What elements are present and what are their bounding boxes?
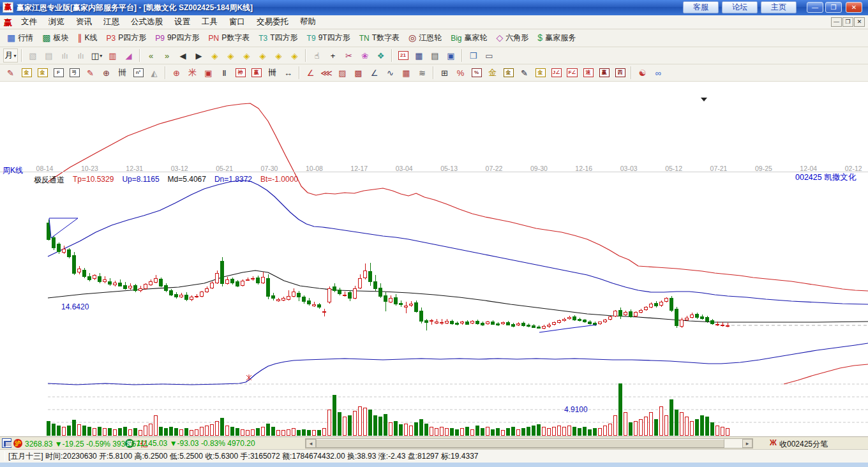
menu-item-设置[interactable]: 设置 <box>168 15 196 29</box>
speed-resist-icon[interactable]: 速 <box>581 66 595 80</box>
menu-item-江恩[interactable]: 江恩 <box>98 15 125 29</box>
wave-fan-icon[interactable]: ⋘ <box>319 66 334 80</box>
toolbar-winner-wheel-button[interactable]: Big赢家轮 <box>446 31 491 46</box>
scrollbar-thumb[interactable] <box>316 439 724 448</box>
hatch-box-icon[interactable]: ▩ <box>351 66 366 80</box>
zigzag-line-icon[interactable]: ∿ <box>383 66 398 80</box>
menu-item-帮助[interactable]: 帮助 <box>294 15 322 29</box>
shade-box-icon[interactable]: ▨ <box>335 66 350 80</box>
close-button[interactable]: ✕ <box>846 2 862 13</box>
line-grid-icon[interactable]: 卌 <box>115 66 130 80</box>
hand-tool-icon[interactable]: ☝ <box>310 48 324 63</box>
forum-button[interactable]: 论坛 <box>722 1 758 13</box>
gold-line-icon[interactable]: 金 <box>501 66 516 80</box>
menu-item-浏览[interactable]: 浏览 <box>43 15 70 29</box>
grid-red-icon[interactable]: ▦ <box>399 66 414 80</box>
menu-item-交易委托[interactable]: 交易委托 <box>251 15 294 29</box>
chart-area[interactable]: 08-1410-2312-3103-1205-2107-3010-0812-17… <box>0 82 868 436</box>
mdi-minimize-button[interactable]: — <box>831 17 842 27</box>
menu-item-窗口[interactable]: 窗口 <box>223 15 251 29</box>
menu-item-公式选股[interactable]: 公式选股 <box>125 15 168 29</box>
toolbar-t-square-button[interactable]: T3T四方形 <box>254 31 302 46</box>
scroll-left-arrow[interactable]: ◂ <box>306 439 316 448</box>
compress-x-icon[interactable]: ◈ <box>255 48 270 63</box>
toolbar-gann-wheel-button[interactable]: ◎江恩轮 <box>404 31 446 46</box>
bow-grid-icon[interactable]: 弓 <box>67 66 82 80</box>
protractor-icon[interactable]: ◭ <box>147 66 161 80</box>
percent-retrace-icon[interactable]: % <box>453 66 468 80</box>
last-page-icon[interactable]: » <box>160 48 174 63</box>
zoom-in-icon[interactable]: ◈ <box>271 48 286 63</box>
customer-service-button[interactable]: 客服 <box>683 1 719 13</box>
menu-item-工具[interactable]: 工具 <box>196 15 223 29</box>
mdi-restore-button[interactable]: ❐ <box>842 17 853 27</box>
toolbar-9p-square-button[interactable]: P99P四方形 <box>151 31 204 46</box>
minimize-button[interactable]: — <box>807 2 823 13</box>
width-measure-icon[interactable]: ↔ <box>281 66 296 80</box>
marker-pen-icon[interactable]: ✎ <box>517 66 532 80</box>
gann-angle-gold-icon[interactable]: 金 <box>533 66 548 80</box>
market-grid-icon[interactable] <box>2 438 11 448</box>
homepage-button[interactable]: 主页 <box>761 1 797 13</box>
speed-line-icon[interactable]: ∠ <box>367 66 382 80</box>
multi-kline-icon[interactable]: ▥ <box>105 48 120 63</box>
data-export-icon[interactable]: ❒ <box>466 48 481 63</box>
ying-angle-icon[interactable]: 赢 <box>597 66 611 80</box>
ying-grid-icon[interactable]: 赢 <box>249 66 264 80</box>
scroll-right-arrow[interactable]: ▸ <box>742 439 752 448</box>
fib-grid-icon[interactable]: F <box>51 66 66 80</box>
calendar-21-icon[interactable]: 21 <box>396 48 410 63</box>
toolbar-p-number-table-button[interactable]: PNP数字表 <box>204 31 255 46</box>
next-bar-icon[interactable]: ▶ <box>191 48 206 63</box>
puzzle-tool-icon[interactable]: ❖ <box>373 48 388 63</box>
toolbar-winner-service-button[interactable]: $赢家服务 <box>533 31 580 46</box>
gann-fan-dense-icon[interactable]: 米 <box>185 66 200 80</box>
calculator-icon[interactable]: ▦ <box>412 48 426 63</box>
color-chart-icon[interactable]: ◢ <box>121 48 136 63</box>
notebook-icon[interactable]: ▤ <box>428 48 442 63</box>
zoom-out-icon[interactable]: ◈ <box>287 48 302 63</box>
gold-circle-icon[interactable]: 金 <box>485 66 500 80</box>
ruler-dense-icon[interactable]: 卌 <box>265 66 280 80</box>
toolbar-p-square-button[interactable]: P3P四方形 <box>101 31 151 46</box>
si-angle-icon[interactable]: 四 <box>613 66 627 80</box>
j-angle-icon[interactable]: J∠ <box>549 66 564 80</box>
save-icon[interactable]: ▣ <box>444 48 458 63</box>
period-month-dropdown-icon[interactable]: 月▾ <box>3 48 18 63</box>
double-line-icon[interactable]: Ⅱ <box>217 66 232 80</box>
angle-rays-icon[interactable]: ∠ <box>303 66 318 80</box>
gold-grid-1-icon[interactable]: 金 <box>19 66 34 80</box>
red-brush-icon[interactable]: ✎ <box>83 66 98 80</box>
menu-item-文件[interactable]: 文件 <box>15 15 43 29</box>
toolbar-hexagon-button[interactable]: ◇六角形 <box>492 31 534 46</box>
infinity-icon[interactable]: ∞ <box>651 66 666 80</box>
toolbar-market-quotes-button[interactable]: ▦行情 <box>3 31 38 46</box>
toolbar-9t-square-button[interactable]: T99T四方形 <box>303 31 355 46</box>
gann-box-icon[interactable]: ▣ <box>201 66 216 80</box>
shrink-left-icon[interactable]: ◈ <box>207 48 222 63</box>
tick-data-label[interactable]: 收002425分笔 <box>779 439 828 450</box>
shen-grid-icon[interactable]: 神 <box>233 66 248 80</box>
scissors-tool-icon[interactable]: ✂ <box>341 48 356 63</box>
measure-table-icon[interactable]: ⊞ <box>437 66 452 80</box>
toolbar-kline-chart-button[interactable]: ∥K线 <box>73 31 101 46</box>
restore-button[interactable]: ❐ <box>825 2 842 13</box>
toolbar-t-number-table-button[interactable]: TNT数字表 <box>355 31 404 46</box>
f-angle-icon[interactable]: F∠ <box>565 66 580 80</box>
mdi-close-button[interactable]: ✕ <box>854 17 865 27</box>
gann-circle-icon[interactable]: ⊕ <box>99 66 114 80</box>
parallel-lines-icon[interactable]: ≋ <box>415 66 430 80</box>
percent-line-icon[interactable]: % <box>469 66 484 80</box>
print-icon[interactable]: ▭ <box>482 48 497 63</box>
crosshair-tool-icon[interactable]: + <box>326 48 340 63</box>
flower-tool-icon[interactable]: ❀ <box>357 48 372 63</box>
chart-horizontal-scrollbar[interactable]: ◂ ▸ <box>305 438 753 448</box>
gann-wheel-red-icon[interactable]: ⊕ <box>169 66 184 80</box>
taichi-icon[interactable]: ☯ <box>635 66 650 80</box>
gold-grid-2-icon[interactable]: 金 <box>35 66 50 80</box>
toolbar-sector-blocks-button[interactable]: ▩板块 <box>38 31 73 46</box>
brush-tool-icon[interactable]: ✎ <box>3 66 18 80</box>
shrink-right-icon[interactable]: ◈ <box>223 48 238 63</box>
n2-grid-icon[interactable]: n² <box>131 66 146 80</box>
expand-x-icon[interactable]: ◈ <box>239 48 254 63</box>
